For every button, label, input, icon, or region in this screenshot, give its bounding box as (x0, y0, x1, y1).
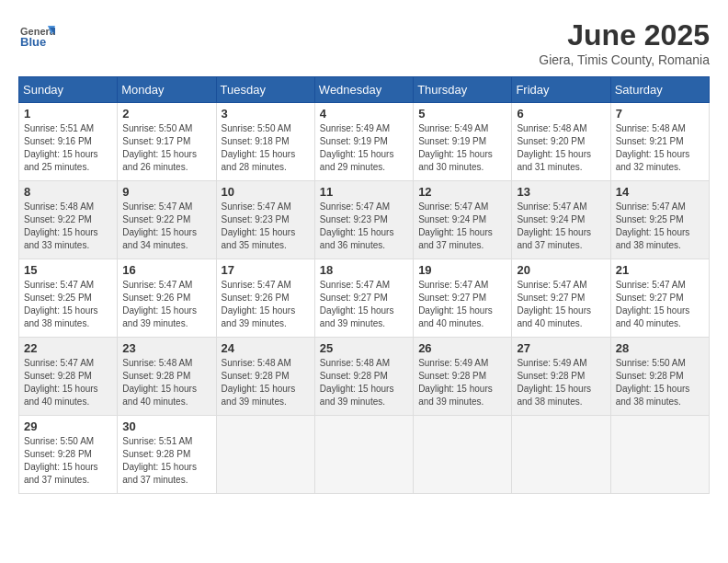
column-header-sunday: Sunday (19, 77, 118, 103)
page-header: General Blue June 2025 Giera, Timis Coun… (18, 18, 710, 67)
calendar-cell: 6Sunrise: 5:48 AM Sunset: 9:20 PM Daylig… (512, 103, 610, 181)
day-number: 20 (517, 263, 605, 277)
logo-icon: General Blue (18, 18, 55, 55)
day-number: 7 (616, 107, 704, 121)
calendar-cell (610, 416, 709, 494)
calendar-cell: 9Sunrise: 5:47 AM Sunset: 9:22 PM Daylig… (118, 181, 216, 259)
calendar-week-3: 15Sunrise: 5:47 AM Sunset: 9:25 PM Dayli… (19, 259, 710, 338)
day-number: 19 (418, 263, 506, 277)
calendar-cell: 11Sunrise: 5:47 AM Sunset: 9:23 PM Dayli… (314, 181, 413, 259)
calendar-cell: 29Sunrise: 5:50 AM Sunset: 9:28 PM Dayli… (19, 416, 118, 494)
day-info: Sunrise: 5:49 AM Sunset: 9:28 PM Dayligh… (418, 357, 506, 408)
day-number: 30 (122, 419, 210, 433)
day-number: 16 (122, 263, 210, 277)
calendar-cell (414, 416, 512, 494)
day-number: 13 (517, 185, 605, 199)
day-info: Sunrise: 5:47 AM Sunset: 9:26 PM Dayligh… (122, 279, 210, 330)
calendar-cell (314, 416, 413, 494)
day-number: 27 (517, 341, 605, 355)
calendar-cell: 26Sunrise: 5:49 AM Sunset: 9:28 PM Dayli… (414, 338, 512, 416)
day-info: Sunrise: 5:50 AM Sunset: 9:28 PM Dayligh… (616, 357, 704, 408)
month-title: June 2025 (539, 18, 710, 52)
calendar-cell: 24Sunrise: 5:48 AM Sunset: 9:28 PM Dayli… (216, 338, 314, 416)
title-area: June 2025 Giera, Timis County, Romania (539, 18, 710, 67)
calendar-cell: 13Sunrise: 5:47 AM Sunset: 9:24 PM Dayli… (512, 181, 610, 259)
calendar-cell: 23Sunrise: 5:48 AM Sunset: 9:28 PM Dayli… (118, 338, 216, 416)
day-info: Sunrise: 5:48 AM Sunset: 9:21 PM Dayligh… (616, 122, 704, 174)
calendar-week-1: 1Sunrise: 5:51 AM Sunset: 9:16 PM Daylig… (19, 103, 710, 181)
calendar-table: SundayMondayTuesdayWednesdayThursdayFrid… (18, 76, 710, 494)
day-number: 8 (24, 185, 112, 199)
day-info: Sunrise: 5:47 AM Sunset: 9:24 PM Dayligh… (418, 201, 506, 252)
calendar-header: SundayMondayTuesdayWednesdayThursdayFrid… (19, 77, 710, 103)
day-info: Sunrise: 5:47 AM Sunset: 9:28 PM Dayligh… (24, 357, 112, 408)
day-number: 26 (418, 341, 506, 355)
day-info: Sunrise: 5:47 AM Sunset: 9:25 PM Dayligh… (24, 279, 112, 330)
calendar-cell (512, 416, 610, 494)
calendar-cell: 4Sunrise: 5:49 AM Sunset: 9:19 PM Daylig… (314, 103, 413, 181)
calendar-cell: 27Sunrise: 5:49 AM Sunset: 9:28 PM Dayli… (512, 338, 610, 416)
day-number: 18 (320, 263, 408, 277)
calendar-cell: 28Sunrise: 5:50 AM Sunset: 9:28 PM Dayli… (610, 338, 709, 416)
day-info: Sunrise: 5:49 AM Sunset: 9:19 PM Dayligh… (320, 122, 408, 174)
day-info: Sunrise: 5:47 AM Sunset: 9:23 PM Dayligh… (320, 201, 408, 252)
day-number: 3 (222, 107, 310, 121)
day-number: 2 (122, 107, 210, 121)
day-info: Sunrise: 5:47 AM Sunset: 9:24 PM Dayligh… (517, 201, 605, 252)
calendar-cell: 17Sunrise: 5:47 AM Sunset: 9:26 PM Dayli… (216, 259, 314, 338)
calendar-cell: 3Sunrise: 5:50 AM Sunset: 9:18 PM Daylig… (216, 103, 314, 181)
day-info: Sunrise: 5:47 AM Sunset: 9:23 PM Dayligh… (222, 201, 310, 252)
day-info: Sunrise: 5:47 AM Sunset: 9:22 PM Dayligh… (122, 201, 210, 252)
calendar-cell: 21Sunrise: 5:47 AM Sunset: 9:27 PM Dayli… (610, 259, 709, 338)
day-number: 22 (24, 341, 112, 355)
calendar-cell: 7Sunrise: 5:48 AM Sunset: 9:21 PM Daylig… (610, 103, 709, 181)
calendar-week-4: 22Sunrise: 5:47 AM Sunset: 9:28 PM Dayli… (19, 338, 710, 416)
day-number: 15 (24, 263, 112, 277)
day-info: Sunrise: 5:48 AM Sunset: 9:28 PM Dayligh… (222, 357, 310, 408)
day-number: 28 (616, 341, 704, 355)
column-header-thursday: Thursday (414, 77, 512, 103)
day-info: Sunrise: 5:49 AM Sunset: 9:19 PM Dayligh… (418, 122, 506, 174)
day-number: 6 (517, 107, 605, 121)
day-info: Sunrise: 5:47 AM Sunset: 9:27 PM Dayligh… (616, 279, 704, 330)
calendar-cell: 25Sunrise: 5:48 AM Sunset: 9:28 PM Dayli… (314, 338, 413, 416)
calendar-cell: 8Sunrise: 5:48 AM Sunset: 9:22 PM Daylig… (19, 181, 118, 259)
day-info: Sunrise: 5:50 AM Sunset: 9:18 PM Dayligh… (222, 122, 310, 174)
day-number: 11 (320, 185, 408, 199)
calendar-cell: 12Sunrise: 5:47 AM Sunset: 9:24 PM Dayli… (414, 181, 512, 259)
column-header-monday: Monday (118, 77, 216, 103)
day-number: 5 (418, 107, 506, 121)
calendar-week-2: 8Sunrise: 5:48 AM Sunset: 9:22 PM Daylig… (19, 181, 710, 259)
day-info: Sunrise: 5:48 AM Sunset: 9:28 PM Dayligh… (122, 357, 210, 408)
calendar-cell: 19Sunrise: 5:47 AM Sunset: 9:27 PM Dayli… (414, 259, 512, 338)
day-info: Sunrise: 5:47 AM Sunset: 9:25 PM Dayligh… (616, 201, 704, 252)
calendar-week-5: 29Sunrise: 5:50 AM Sunset: 9:28 PM Dayli… (19, 416, 710, 494)
calendar-cell (216, 416, 314, 494)
day-number: 24 (222, 341, 310, 355)
calendar-cell: 2Sunrise: 5:50 AM Sunset: 9:17 PM Daylig… (118, 103, 216, 181)
logo: General Blue (18, 18, 55, 55)
day-number: 10 (222, 185, 310, 199)
day-number: 9 (122, 185, 210, 199)
column-header-friday: Friday (512, 77, 610, 103)
calendar-cell: 14Sunrise: 5:47 AM Sunset: 9:25 PM Dayli… (610, 181, 709, 259)
day-info: Sunrise: 5:50 AM Sunset: 9:28 PM Dayligh… (24, 435, 112, 487)
day-info: Sunrise: 5:48 AM Sunset: 9:22 PM Dayligh… (24, 201, 112, 252)
day-info: Sunrise: 5:48 AM Sunset: 9:28 PM Dayligh… (320, 357, 408, 408)
day-number: 25 (320, 341, 408, 355)
column-header-wednesday: Wednesday (314, 77, 413, 103)
day-number: 12 (418, 185, 506, 199)
day-info: Sunrise: 5:50 AM Sunset: 9:17 PM Dayligh… (122, 122, 210, 174)
calendar-cell: 15Sunrise: 5:47 AM Sunset: 9:25 PM Dayli… (19, 259, 118, 338)
calendar-cell: 30Sunrise: 5:51 AM Sunset: 9:28 PM Dayli… (118, 416, 216, 494)
day-number: 29 (24, 419, 112, 433)
day-number: 14 (616, 185, 704, 199)
day-info: Sunrise: 5:49 AM Sunset: 9:28 PM Dayligh… (517, 357, 605, 408)
calendar-cell: 16Sunrise: 5:47 AM Sunset: 9:26 PM Dayli… (118, 259, 216, 338)
calendar-body: 1Sunrise: 5:51 AM Sunset: 9:16 PM Daylig… (19, 103, 710, 494)
subtitle: Giera, Timis County, Romania (539, 52, 710, 67)
day-info: Sunrise: 5:47 AM Sunset: 9:27 PM Dayligh… (320, 279, 408, 330)
calendar-cell: 10Sunrise: 5:47 AM Sunset: 9:23 PM Dayli… (216, 181, 314, 259)
day-number: 21 (616, 263, 704, 277)
calendar-cell: 1Sunrise: 5:51 AM Sunset: 9:16 PM Daylig… (19, 103, 118, 181)
